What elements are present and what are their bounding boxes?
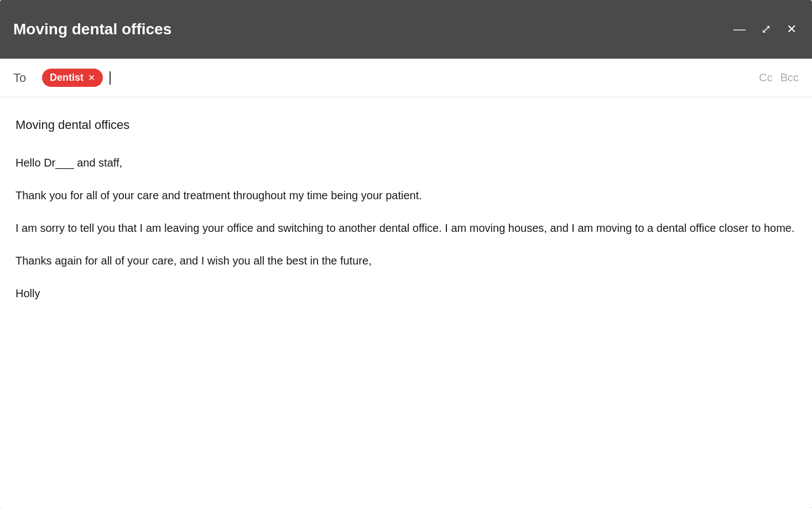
text-cursor	[110, 71, 111, 85]
window-controls: — ⤢ ✕	[731, 21, 799, 38]
email-compose-window: Moving dental offices — ⤢ ✕ To Dentist ✕…	[0, 0, 812, 508]
recipient-chip: Dentist ✕	[42, 69, 103, 87]
to-label: To	[13, 71, 35, 85]
email-signature: Holly	[15, 285, 797, 302]
cc-button[interactable]: Cc	[759, 71, 772, 84]
maximize-button[interactable]: ⤢	[759, 21, 773, 38]
email-paragraph-1: Thank you for all of your care and treat…	[15, 187, 797, 204]
close-button[interactable]: ✕	[784, 21, 799, 38]
bcc-button[interactable]: Bcc	[780, 71, 799, 84]
email-paragraph-3: Thanks again for all of your care, and I…	[15, 252, 797, 269]
recipient-name: Dentist	[50, 72, 84, 84]
minimize-button[interactable]: —	[731, 21, 748, 38]
remove-recipient-button[interactable]: ✕	[88, 72, 95, 83]
email-greeting: Hello Dr___ and staff,	[15, 154, 797, 172]
window-title: Moving dental offices	[13, 20, 171, 38]
email-content: Hello Dr___ and staff, Thank you for all…	[15, 154, 797, 302]
email-body[interactable]: Moving dental offices Hello Dr___ and st…	[0, 97, 812, 508]
to-row: To Dentist ✕ Cc Bcc	[0, 59, 812, 97]
title-bar: Moving dental offices — ⤢ ✕	[0, 0, 812, 59]
email-paragraph-2: I am sorry to tell you that I am leaving…	[15, 220, 797, 237]
email-subject: Moving dental offices	[15, 115, 797, 134]
cc-bcc-area: Cc Bcc	[759, 71, 799, 84]
